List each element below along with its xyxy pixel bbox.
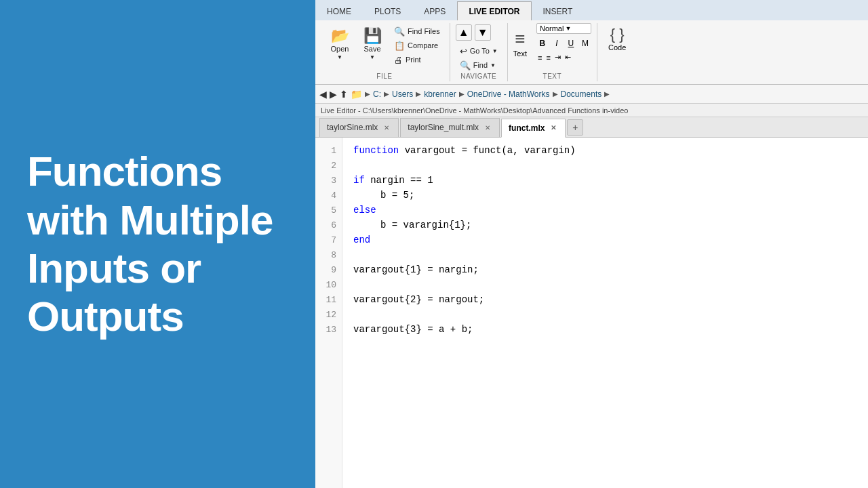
line-num-5: 5	[315, 203, 342, 218]
line-num-2: 2	[315, 158, 342, 173]
code-line-9: varargout{1} = nargin;	[353, 262, 857, 277]
code-line-2	[353, 158, 857, 173]
path-back-icon[interactable]: ◀	[319, 89, 327, 100]
close-taylorsine[interactable]: ✕	[382, 123, 391, 132]
line-num-11: 11	[315, 292, 342, 307]
line-num-7: 7	[315, 232, 342, 247]
code-line-3: if nargin == 1	[353, 173, 857, 188]
close-funct[interactable]: ✕	[549, 123, 558, 133]
code-line-11: varargout{2} = nargout;	[353, 292, 857, 307]
tab-insert[interactable]: INSERT	[532, 1, 585, 20]
line-num-1: 1	[315, 143, 342, 158]
ribbon-group-file: 📂 Open ▼ 💾 Save ▼ 🔍 Find Files	[319, 23, 450, 81]
title-text: Functions with Multiple Inputs or Output…	[27, 147, 288, 340]
path-arrow-3: ▶	[416, 90, 421, 98]
tab-apps[interactable]: APPS	[412, 1, 457, 20]
line-num-9: 9	[315, 262, 342, 277]
file-col2: 🔍 Find Files 📋 Compare 🖨 Print	[390, 23, 444, 66]
line-num-12: 12	[315, 307, 342, 322]
print-button[interactable]: 🖨 Print	[390, 53, 444, 66]
text-row1: ≡ Text Normal ▼ B I U M	[513, 23, 591, 62]
tab-plots[interactable]: PLOTS	[363, 1, 412, 20]
path-arrow-5: ▶	[553, 90, 558, 98]
bold-button[interactable]: B	[536, 37, 549, 49]
find-files-icon: 🔍	[394, 26, 405, 37]
file-tabs: taylorSine.mlx ✕ taylorSine_mult.mlx ✕ f…	[315, 117, 868, 138]
path-users[interactable]: Users	[392, 89, 413, 99]
path-forward-icon[interactable]: ▶	[330, 89, 337, 100]
code-line-4: b = 5;	[353, 188, 857, 203]
path-c[interactable]: C:	[373, 89, 381, 99]
path-arrow-6: ▶	[604, 90, 610, 98]
text-formatting: B I U M	[536, 37, 591, 49]
add-tab-button[interactable]: +	[567, 119, 583, 136]
folder-icon[interactable]: 📁	[351, 89, 362, 100]
code-editor: 1 2 3 4 5 6 7 8 9 10 11 12 13 function v…	[315, 138, 868, 488]
tab-taylorsine[interactable]: taylorSine.mlx ✕	[319, 118, 399, 137]
print-icon: 🖨	[394, 55, 403, 65]
text-icon: ≡	[515, 28, 525, 49]
math-button[interactable]: M	[579, 37, 591, 49]
nav-arrows: ▲ ▼	[456, 24, 502, 43]
code-line-5: else	[353, 203, 857, 218]
path-kbrenner[interactable]: kbrenner	[424, 89, 456, 99]
list-indent-btn[interactable]: ⇥	[553, 52, 562, 62]
path-onedrive[interactable]: OneDrive - MathWorks	[467, 89, 550, 99]
ribbon-group-navigate: ▲ ▼ ↩ Go To ▼ 🔍 Find ▼ NAVIGATE	[450, 23, 508, 81]
text-right-col: Normal ▼ B I U M ≡ ≡ ⇥	[536, 23, 591, 62]
tab-live-editor[interactable]: LIVE EDITOR	[457, 1, 531, 20]
code-content[interactable]: function varargout = funct(a, varargin) …	[342, 138, 868, 488]
code-line-6: b = varargin{1};	[353, 218, 857, 232]
text-group-content: ≡ Text Normal ▼ B I U M	[513, 23, 591, 62]
italic-button[interactable]: I	[551, 37, 563, 49]
ribbon-group-text: ≡ Text Normal ▼ B I U M	[508, 23, 597, 81]
list-outdent-btn[interactable]: ⇤	[564, 52, 572, 62]
goto-icon: ↩	[460, 46, 467, 56]
compare-button[interactable]: 📋 Compare	[390, 39, 444, 52]
tab-home[interactable]: HOME	[315, 1, 363, 20]
navigate-group-label: NAVIGATE	[460, 73, 496, 81]
ribbon-tab-bar: HOME PLOTS APPS LIVE EDITOR INSERT	[315, 0, 868, 20]
path-up-icon[interactable]: ⬆	[340, 89, 348, 100]
status-text: Live Editor - C:\Users\kbrenner\OneDrive…	[321, 106, 628, 115]
save-icon: 💾	[363, 28, 382, 43]
text-button[interactable]: ≡ Text	[513, 28, 527, 58]
code-button[interactable]: { } Code	[603, 23, 631, 54]
list-formatting: ≡ ≡ ⇥ ⇤	[536, 52, 591, 62]
underline-button[interactable]: U	[565, 37, 577, 49]
list-number-btn[interactable]: ≡	[545, 53, 551, 62]
find-icon: 🔍	[460, 60, 471, 70]
navigate-col: ▲ ▼ ↩ Go To ▼ 🔍 Find ▼	[456, 23, 502, 72]
list-bullet-btn[interactable]: ≡	[536, 53, 543, 62]
line-numbers: 1 2 3 4 5 6 7 8 9 10 11 12 13	[315, 138, 342, 488]
ribbon-content: 📂 Open ▼ 💾 Save ▼ 🔍 Find Files	[315, 20, 868, 85]
code-line-10	[353, 277, 857, 292]
tab-funct[interactable]: funct.mlx ✕	[501, 119, 566, 138]
line-num-13: 13	[315, 322, 342, 337]
open-button[interactable]: 📂 Open ▼	[325, 23, 355, 65]
style-dropdown[interactable]: Normal ▼	[536, 23, 591, 34]
open-arrow: ▼	[337, 54, 342, 60]
find-files-button[interactable]: 🔍 Find Files	[390, 24, 444, 38]
compare-icon: 📋	[394, 41, 405, 51]
find-button[interactable]: 🔍 Find ▼	[456, 58, 502, 72]
goto-button[interactable]: ↩ Go To ▼	[456, 44, 502, 58]
file-buttons: 📂 Open ▼ 💾 Save ▼ 🔍 Find Files	[325, 23, 444, 73]
navigate-buttons: ▲ ▼ ↩ Go To ▼ 🔍 Find ▼	[456, 23, 502, 73]
close-taylorsine-mult[interactable]: ✕	[483, 123, 492, 132]
code-line-1: function varargout = funct(a, varargin)	[353, 143, 857, 158]
save-arrow: ▼	[370, 54, 375, 60]
line-num-6: 6	[315, 218, 342, 232]
code-line-8	[353, 247, 857, 262]
code-line-12	[353, 307, 857, 322]
tab-taylorsine-mult[interactable]: taylorSine_mult.mlx ✕	[400, 118, 500, 137]
nav-down-button[interactable]: ▼	[475, 24, 491, 41]
save-button[interactable]: 💾 Save ▼	[357, 23, 387, 65]
code-group-content: { } Code	[603, 23, 631, 54]
code-line-13: varargout{3} = a + b;	[353, 322, 857, 337]
nav-up-button[interactable]: ▲	[456, 24, 472, 41]
code-icon: { }	[610, 26, 625, 43]
line-num-3: 3	[315, 173, 342, 188]
path-documents[interactable]: Documents	[561, 89, 602, 99]
line-num-4: 4	[315, 188, 342, 203]
